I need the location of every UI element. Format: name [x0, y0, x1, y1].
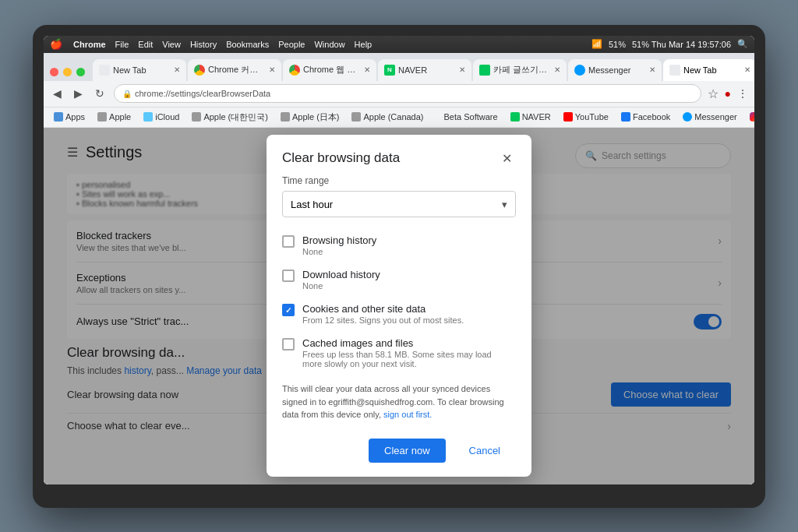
- tab-newtab-1[interactable]: New Tab ✕: [93, 59, 186, 81]
- bookmark-label: Apps: [65, 112, 85, 122]
- menubar-right: 📶 51% 51% Thu Mar 14 19:57:06 🔍: [591, 39, 748, 49]
- checkbox-cache[interactable]: Cached images and files Frees up less th…: [282, 331, 513, 375]
- bookmark-label: NAVER: [522, 112, 551, 122]
- dialog-close-button[interactable]: ✕: [497, 149, 516, 167]
- checkbox-label: Cached images and files: [302, 337, 513, 349]
- bookmark-beta[interactable]: Beta Software: [440, 111, 502, 123]
- bookmark-apple-ca[interactable]: Apple (Canada): [348, 111, 427, 123]
- bookmark-label: Apple (Canada): [363, 112, 423, 122]
- more-button[interactable]: ⋮: [737, 87, 748, 100]
- bookmark-apple-kr[interactable]: Apple (대한민국): [188, 110, 272, 125]
- tab-close-icon[interactable]: ✕: [649, 65, 655, 74]
- apple-ca-icon: [351, 112, 361, 122]
- tab-icon: [479, 65, 490, 76]
- tab-label: New Tab: [113, 65, 168, 75]
- sign-out-link[interactable]: sign out first.: [383, 410, 432, 419]
- bookmark-naver[interactable]: NAVER: [507, 111, 555, 123]
- apple-icon: [97, 112, 107, 122]
- menu-bookmarks[interactable]: Bookmarks: [226, 40, 269, 49]
- apple-menu[interactable]: 🍎: [50, 38, 62, 50]
- checkbox-input-cache[interactable]: [282, 338, 295, 351]
- back-button[interactable]: ◀: [50, 86, 65, 101]
- bookmark-youtube[interactable]: YouTube: [560, 111, 613, 123]
- url-text: chrome://settings/clearBrowserData: [135, 89, 270, 98]
- tab-cafe[interactable]: 카페 글쓰기 씨 쓰는 사... ✕: [473, 59, 567, 81]
- bookmark-star[interactable]: ☆: [708, 86, 719, 101]
- bookmark-messenger[interactable]: Messenger: [679, 111, 740, 123]
- bookmark-label: iCloud: [155, 112, 179, 122]
- screen: 🍎 Chrome File Edit View History Bookmark…: [44, 36, 754, 484]
- checkbox-list: Browsing history None Download history N…: [282, 228, 516, 375]
- bookmark-icloud[interactable]: iCloud: [139, 111, 183, 123]
- checkbox-cookies[interactable]: Cookies and other site data From 12 site…: [282, 297, 513, 331]
- tab-icon: [99, 65, 110, 76]
- menu-file[interactable]: File: [115, 40, 129, 49]
- minimize-button[interactable]: [63, 68, 72, 76]
- tab-label: NAVER: [398, 65, 453, 75]
- bookmark-label: Beta Software: [444, 112, 498, 122]
- bookmark-label: Apple (日本): [292, 111, 340, 123]
- checkbox-browsing-history[interactable]: Browsing history None: [282, 228, 513, 262]
- checkbox-input-browsing[interactable]: [282, 235, 295, 248]
- bookmark-apple[interactable]: Apple: [94, 111, 135, 123]
- time-range-select[interactable]: Last hour ▾: [282, 191, 516, 217]
- tab-bar: New Tab ✕ Chrome 커뮤니티 - 누... ✕ Chrome 웹 …: [44, 53, 754, 81]
- modal-overlay: Clear browsing data ✕ Time range Last ho…: [44, 128, 754, 484]
- maximize-button[interactable]: [76, 68, 85, 76]
- menu-chrome[interactable]: Chrome: [73, 40, 106, 49]
- tab-messenger[interactable]: Messenger ✕: [568, 59, 662, 81]
- close-button[interactable]: [50, 68, 58, 76]
- search-icon[interactable]: 🔍: [737, 39, 748, 49]
- checkbox-desc: None: [302, 281, 513, 291]
- bookmark-apple-jp[interactable]: Apple (日本): [277, 110, 344, 125]
- main-area: ☰ Settings 🔍 Search settings • personali…: [44, 128, 754, 484]
- tab-icon: [194, 65, 205, 76]
- dialog-title: Clear browsing data: [282, 150, 400, 166]
- tab-close-icon[interactable]: ✕: [744, 65, 750, 74]
- tab-naver[interactable]: N NAVER ✕: [378, 59, 471, 81]
- tab-label: Chrome 커뮤니티 - 누...: [208, 64, 263, 76]
- tab-icon: [289, 65, 300, 76]
- tab-close-icon[interactable]: ✕: [174, 65, 180, 74]
- bookmark-facebook[interactable]: Facebook: [617, 111, 674, 123]
- cancel-button[interactable]: Cancel: [454, 439, 516, 463]
- bookmark-instagram[interactable]: Instagram: [746, 111, 754, 123]
- tab-close-icon[interactable]: ✕: [459, 65, 465, 74]
- dialog-body: Time range Last hour ▾ Browsing hist: [267, 175, 531, 375]
- extension-icon[interactable]: ●: [725, 87, 731, 100]
- tab-label: Messenger: [588, 65, 643, 75]
- menu-view[interactable]: View: [162, 40, 181, 49]
- checkbox-desc: From 12 sites. Signs you out of most sit…: [302, 315, 513, 325]
- tab-close-icon[interactable]: ✕: [364, 65, 370, 74]
- menu-history[interactable]: History: [190, 40, 217, 49]
- tab-chrome-store[interactable]: Chrome 웹 스토어 - 브... ✕: [283, 59, 376, 81]
- forward-button[interactable]: ▶: [71, 86, 86, 101]
- reload-button[interactable]: ↻: [92, 86, 108, 101]
- menu-people[interactable]: People: [278, 40, 305, 49]
- checkbox-input-download[interactable]: [282, 270, 295, 282]
- tab-label: New Tab: [683, 65, 738, 75]
- tab-label: Chrome 웹 스토어 - 브...: [303, 64, 358, 76]
- instagram-icon: [750, 112, 754, 122]
- chrome-browser: New Tab ✕ Chrome 커뮤니티 - 누... ✕ Chrome 웹 …: [44, 53, 754, 128]
- tab-close-icon[interactable]: ✕: [269, 65, 275, 74]
- bookmark-label: Messenger: [694, 112, 736, 122]
- tab-chrome-comm[interactable]: Chrome 커뮤니티 - 누... ✕: [188, 59, 281, 81]
- bookmark-apps[interactable]: Apps: [50, 111, 89, 123]
- menu-window[interactable]: Window: [314, 40, 344, 49]
- time-range-label: Time range: [282, 175, 516, 186]
- dropdown-arrow-icon: ▾: [502, 199, 507, 210]
- menu-edit[interactable]: Edit: [138, 40, 153, 49]
- checkbox-input-cookies[interactable]: [282, 304, 295, 316]
- menu-help[interactable]: Help: [355, 40, 373, 49]
- apple-jp-icon: [281, 112, 290, 122]
- tab-close-icon[interactable]: ✕: [554, 65, 560, 74]
- menubar: 🍎 Chrome File Edit View History Bookmark…: [44, 36, 754, 53]
- url-bar[interactable]: 🔒 chrome://settings/clearBrowserData: [114, 84, 701, 103]
- window-controls: [50, 68, 85, 76]
- tab-newtab-active[interactable]: New Tab ✕: [663, 59, 754, 81]
- checkbox-download-history[interactable]: Download history None: [282, 262, 513, 297]
- clear-now-button[interactable]: Clear now: [369, 439, 446, 463]
- clock: 51% Thu Mar 14 19:57:06: [632, 40, 731, 49]
- address-bar: ◀ ▶ ↻ 🔒 chrome://settings/clearBrowserDa…: [44, 81, 754, 107]
